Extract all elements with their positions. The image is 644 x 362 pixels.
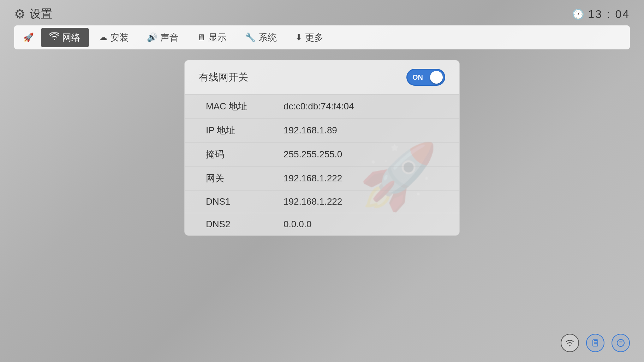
mask-label: 掩码 [206,148,276,161]
navbar: 🚀 网络 ☁ 安装 🔊 声音 🖥 显示 🔧 系统 ⬇ 更多 [14,25,630,49]
header-left: ⚙ 设置 [14,6,52,22]
table-row: 掩码 255.255.255.0 [185,143,459,167]
table-row: MAC 地址 dc:c0:db:74:f4:04 [185,95,459,119]
gateway-label: 网关 [206,172,276,185]
dns1-label: DNS1 [206,196,276,207]
wired-toggle-row: 有线网开关 ON [185,60,459,95]
table-row: DNS1 192.168.1.222 [185,191,459,213]
nav-label-system: 系统 [258,31,277,44]
nav-item-more[interactable]: ⬇ 更多 [287,28,332,47]
nav-item-sound[interactable]: 🔊 声音 [138,28,187,47]
header-right: 🕐 13 : 04 [572,8,630,21]
table-row: 网关 192.168.1.222 [185,167,459,191]
sound-icon: 🔊 [147,32,157,42]
nav-label-display: 显示 [208,31,227,44]
mac-label: MAC 地址 [206,100,276,113]
nav-label-sound: 声音 [160,31,179,44]
nav-label-install: 安装 [110,31,129,44]
wired-toggle-label: 有线网开关 [199,71,248,84]
dns2-label: DNS2 [206,219,276,230]
mac-value: dc:c0:db:74:f4:04 [284,101,354,112]
gateway-value: 192.168.1.222 [284,173,342,184]
nav-item-install[interactable]: ☁ 安装 [90,28,137,47]
gear-icon: ⚙ [14,7,25,22]
system-icon: 🔧 [245,32,256,42]
page-title: 设置 [30,6,52,22]
nav-item-display[interactable]: 🖥 显示 [189,28,235,47]
wifi-status-button[interactable] [561,334,579,352]
toggle-knob [430,71,443,84]
more-icon: ⬇ [295,32,302,42]
install-icon: ☁ [99,32,107,42]
time-display: 13 : 04 [588,8,630,21]
mask-value: 255.255.255.0 [284,149,342,160]
display-icon: 🖥 [197,32,205,42]
network-plug-status-button[interactable] [612,334,630,352]
ip-label: IP 地址 [206,124,276,137]
clipboard-status-button[interactable] [586,334,604,352]
toggle-on-text: ON [412,73,423,82]
wired-toggle-switch[interactable]: ON [406,69,445,86]
table-row: DNS2 0.0.0.0 [185,213,459,235]
header: ⚙ 设置 🕐 13 : 04 [0,0,644,25]
nav-item-home[interactable]: 🚀 [18,29,40,46]
nav-item-system[interactable]: 🔧 系统 [237,28,285,47]
bottom-status-icons [561,334,630,352]
wifi-nav-icon [49,32,59,42]
network-settings-panel: 🚀 有线网开关 ON MAC 地址 dc:c0:db:74:f4:04 IP 地… [184,60,460,236]
nav-item-network[interactable]: 网络 [41,28,89,47]
dns1-value: 192.168.1.222 [284,196,342,207]
network-info-table: MAC 地址 dc:c0:db:74:f4:04 IP 地址 192.168.1… [185,95,459,235]
home-rocket-icon: 🚀 [23,32,34,42]
nav-label-more: 更多 [305,31,323,44]
nav-label-network: 网络 [62,31,80,44]
dns2-value: 0.0.0.0 [284,219,312,230]
table-row: IP 地址 192.168.1.89 [185,119,459,143]
clock-icon: 🕐 [572,8,584,20]
ip-value: 192.168.1.89 [284,125,337,136]
